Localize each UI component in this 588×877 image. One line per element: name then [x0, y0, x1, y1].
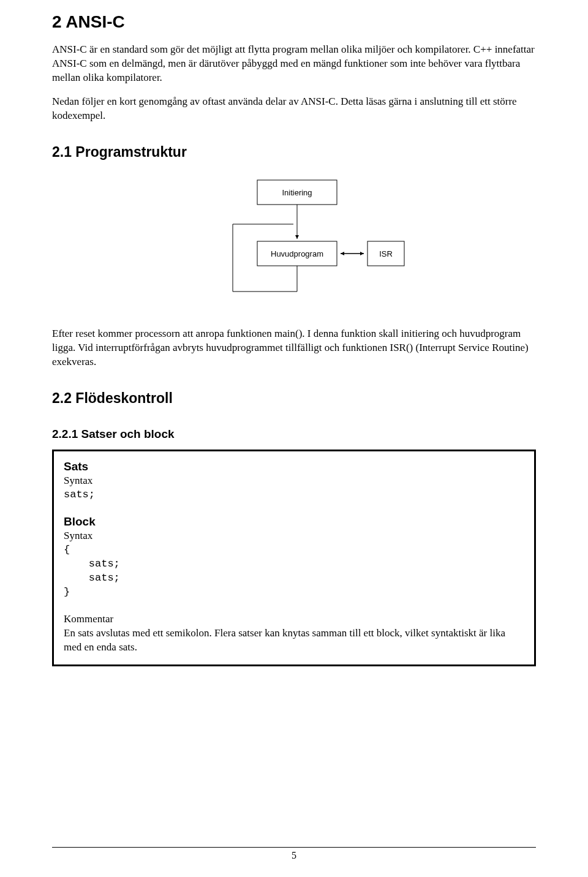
box-heading-sats: Sats: [64, 460, 524, 473]
page-footer: 5: [52, 847, 536, 861]
diagram-label-huvudprogram: Huvudprogram: [271, 249, 323, 258]
flow-diagram-svg: Initiering Huvudprogram ISR: [172, 175, 417, 310]
syntax-label-1: Syntax: [64, 475, 524, 487]
heading-3-satser-block: 2.2.1 Satser och block: [52, 427, 536, 441]
syntax-label-2: Syntax: [64, 530, 524, 542]
kommentar-label: Kommentar: [64, 613, 524, 625]
heading-1: 2 ANSI-C: [52, 12, 536, 32]
heading-2-flodeskontroll: 2.2 Flödeskontroll: [52, 390, 536, 407]
diagram-label-isr: ISR: [379, 249, 393, 258]
code-sats: sats;: [64, 488, 524, 502]
diagram-label-initiering: Initiering: [282, 188, 312, 197]
heading-2-programstruktur: 2.1 Programstruktur: [52, 144, 536, 160]
diagram-programstruktur: Initiering Huvudprogram ISR: [52, 175, 536, 310]
box-heading-block: Block: [64, 515, 524, 529]
paragraph-intro-2: Nedan följer en kort genomgång av oftast…: [52, 95, 536, 123]
page-number: 5: [52, 847, 536, 861]
paragraph-intro-1: ANSI-C är en standard som gör det möjlig…: [52, 43, 536, 85]
code-block: { sats; sats; }: [64, 543, 524, 600]
paragraph-after-diagram: Efter reset kommer processorn att anropa…: [52, 327, 536, 369]
kommentar-text: En sats avslutas med ett semikolon. Fler…: [64, 627, 524, 655]
syntax-box: Sats Syntax sats; Block Syntax { sats; s…: [52, 450, 536, 667]
